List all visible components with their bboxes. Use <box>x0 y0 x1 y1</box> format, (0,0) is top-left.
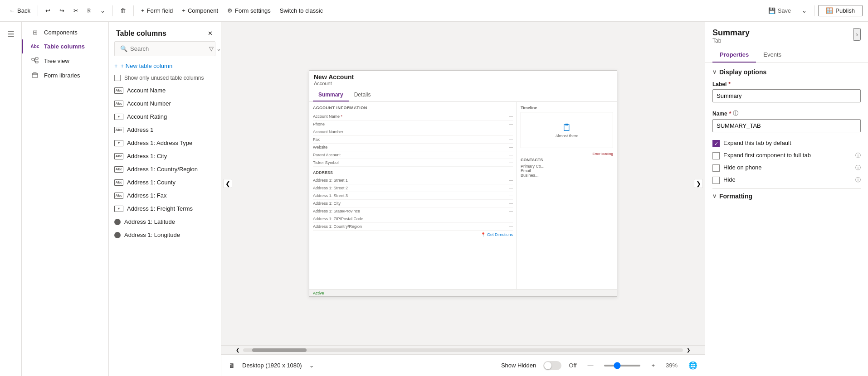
scroll-left-btn[interactable]: ❮ <box>236 347 239 352</box>
form-right-section: Timeline 🗒 Almost there Error loading CO… <box>517 102 617 296</box>
canvas-scroll-right-button[interactable]: ❯ <box>694 179 703 188</box>
list-item[interactable]: Account Rating <box>109 110 221 123</box>
zoom-slider[interactable] <box>604 365 640 366</box>
display-options-section-header[interactable]: ∨ Display options <box>712 68 861 76</box>
show-unused-checkbox-row[interactable]: Show only unused table columns <box>109 72 221 84</box>
show-unused-checkbox[interactable] <box>114 75 121 81</box>
rp-nav-events[interactable]: Events <box>756 48 789 63</box>
map-icon: 📍 <box>481 232 486 237</box>
list-item[interactable]: Abc Address 1: Country/Region <box>109 163 221 176</box>
hide-on-phone-info-icon[interactable]: ⓘ <box>855 164 861 172</box>
canvas-scroll-left-button[interactable]: ❮ <box>223 179 232 188</box>
form-tab-summary[interactable]: Summary <box>313 89 349 101</box>
new-table-column-button[interactable]: + + New table column <box>109 60 221 72</box>
device-dropdown-button[interactable]: ⌄ <box>309 362 314 369</box>
left-panel-close-button[interactable]: ✕ <box>207 29 214 38</box>
publish-window-icon: 🪟 <box>826 7 833 14</box>
rp-nav-properties[interactable]: Properties <box>712 48 756 63</box>
copy-icon: ⎘ <box>88 7 91 14</box>
expand-tab-checkbox[interactable] <box>712 140 720 147</box>
hide-info-icon[interactable]: ⓘ <box>855 176 861 184</box>
label-field-label: Label * <box>712 81 861 87</box>
filter-dropdown-button[interactable]: ⌄ <box>216 45 221 52</box>
hide-checkbox-row[interactable]: Hide ⓘ <box>712 176 861 184</box>
list-item[interactable]: Address 1: Freight Terms <box>109 202 221 215</box>
form-field-country: Address 1: Country/Region — <box>313 223 513 231</box>
save-button[interactable]: 💾 Save <box>763 5 797 16</box>
formatting-label: Formatting <box>719 193 752 200</box>
filter-button[interactable]: ▽ <box>209 45 214 52</box>
list-item[interactable]: Abc Account Name <box>109 84 221 97</box>
list-item[interactable]: Address 1: Latitude <box>109 215 221 228</box>
scrollbar-thumb[interactable] <box>252 348 307 352</box>
account-section-title: ACCOUNT INFORMATION <box>313 106 513 110</box>
show-hidden-toggle[interactable] <box>543 361 561 370</box>
hamburger-menu-button[interactable]: ☰ <box>2 25 20 43</box>
toggle-thumb <box>544 362 551 369</box>
scroll-right-btn[interactable]: ❯ <box>687 347 690 352</box>
form-subtitle: Account <box>314 81 612 86</box>
redo-icon: ↪ <box>59 7 64 14</box>
form-body: ACCOUNT INFORMATION Account Name * — Pho… <box>309 102 617 296</box>
expand-tab-checkbox-row[interactable]: Expand this tab by default <box>712 140 861 147</box>
component-button[interactable]: + Component <box>178 5 222 16</box>
dropdown-arrow-button[interactable]: ⌄ <box>97 5 109 16</box>
sidebar-icons: ☰ <box>0 22 22 376</box>
form-field-button[interactable]: + Form field <box>137 5 176 16</box>
copy-button[interactable]: ⎘ <box>84 5 95 16</box>
name-info-icon[interactable]: ⓘ <box>733 110 738 117</box>
label-input[interactable] <box>712 89 861 102</box>
form-tab-details[interactable]: Details <box>349 89 376 101</box>
form-settings-button[interactable]: ⚙ Form settings <box>224 5 274 16</box>
sidebar-item-tree-view[interactable]: Tree view <box>22 53 108 68</box>
sidebar-item-form-libraries[interactable]: Form libraries <box>22 68 108 82</box>
form-field-account-name: Account Name * — <box>313 113 513 121</box>
expand-first-checkbox[interactable] <box>712 152 720 159</box>
list-item[interactable]: Abc Address 1 <box>109 123 221 136</box>
email-label: Email <box>521 169 613 173</box>
list-item[interactable]: Abc Address 1: Fax <box>109 189 221 202</box>
toolbar-separator-3 <box>133 5 134 16</box>
save-dropdown-button[interactable]: ⌄ <box>798 5 810 16</box>
settings-icon: ⚙ <box>227 7 233 14</box>
expand-first-component-checkbox-row[interactable]: Expand first component to full tab ⓘ <box>712 152 861 159</box>
search-box: 🔍 ▽ ⌄ <box>114 41 215 56</box>
sidebar-item-components[interactable]: ⊞ Components <box>22 25 108 39</box>
publish-button[interactable]: 🪟 Publish <box>818 5 863 16</box>
expand-first-info-icon[interactable]: ⓘ <box>855 152 861 159</box>
right-panel-close-button[interactable]: › <box>853 28 861 41</box>
sidebar-item-table-columns-label: Table columns <box>44 43 85 50</box>
toolbar-separator-4 <box>814 5 814 16</box>
switch-classic-button[interactable]: Switch to classic <box>276 5 327 16</box>
hide-on-phone-checkbox[interactable] <box>712 164 720 172</box>
tree-view-icon <box>30 57 39 64</box>
nav-sidebar: ⊞ Components Abc Table columns Tree view… <box>22 22 109 376</box>
list-item[interactable]: Address 1: Longitude <box>109 228 221 241</box>
list-item[interactable]: Abc Address 1: City <box>109 149 221 163</box>
scissors-button[interactable]: ✂ <box>70 5 82 16</box>
get-directions-link[interactable]: 📍 Get Directions <box>313 231 513 237</box>
search-input[interactable] <box>130 45 206 52</box>
name-input[interactable] <box>712 119 861 132</box>
redo-button[interactable]: ↪ <box>56 5 68 16</box>
sidebar-item-table-columns[interactable]: Abc Table columns <box>22 39 108 53</box>
back-button[interactable]: ← Back <box>5 5 34 16</box>
sidebar-item-components-label: Components <box>44 29 78 36</box>
horizontal-scrollbar[interactable] <box>243 348 683 352</box>
formatting-section-header[interactable]: ∨ Formatting <box>712 188 861 200</box>
sidebar-item-tree-view-label: Tree view <box>44 58 69 64</box>
svg-rect-6 <box>32 73 38 77</box>
undo-button[interactable]: ↩ <box>42 5 54 16</box>
trash-button[interactable]: 🗑 <box>117 5 130 16</box>
save-dropdown-icon: ⌄ <box>802 7 807 14</box>
list-item[interactable]: Abc Account Number <box>109 97 221 110</box>
hide-on-phone-checkbox-row[interactable]: Hide on phone ⓘ <box>712 164 861 172</box>
horizontal-scrollbar-container: ❮ ❯ <box>221 345 705 354</box>
list-item[interactable]: Address 1: Address Type <box>109 136 221 149</box>
list-item[interactable]: Abc Address 1: County <box>109 176 221 189</box>
svg-rect-1 <box>35 58 38 59</box>
formatting-chevron-icon: ∨ <box>712 193 717 199</box>
status-label: Active <box>313 291 324 295</box>
close-icon: ✕ <box>208 30 213 37</box>
hide-checkbox[interactable] <box>712 177 720 184</box>
